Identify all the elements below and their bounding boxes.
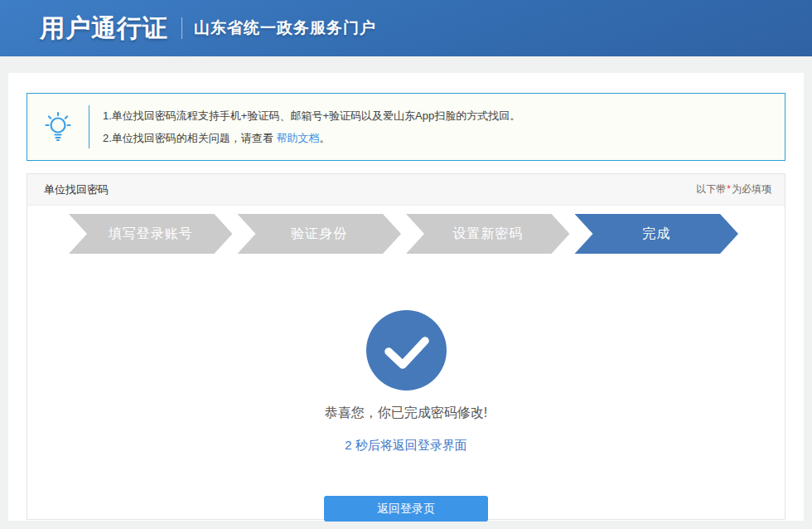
password-recovery-panel: 单位找回密码 以下带*为必填项 填写登录账号 验证身份 设置新密码 完成 恭喜您…	[27, 173, 785, 520]
notice-line-2: 2.单位找回密码的相关问题，请查看 帮助文档。	[103, 127, 520, 149]
step-complete: 完成	[575, 214, 739, 254]
success-message: 恭喜您，你已完成密码修改!	[27, 405, 785, 422]
app-title: 用户通行证	[40, 12, 168, 46]
required-star: *	[727, 183, 731, 195]
app-header: 用户通行证 山东省统一政务服务门户	[0, 0, 812, 56]
back-to-login-button[interactable]: 返回登录页	[324, 496, 488, 522]
notice-line-1: 1.单位找回密码流程支持手机+验证码、邮箱号+验证码以及爱山东App扫脸的方式找…	[103, 104, 520, 127]
success-check-icon	[366, 310, 447, 391]
notice-text: 1.单位找回密码流程支持手机+验证码、邮箱号+验证码以及爱山东App扫脸的方式找…	[89, 104, 520, 149]
step-fill-account: 填写登录账号	[69, 214, 233, 254]
countdown-message: 2 秒后将返回登录界面	[27, 438, 785, 454]
panel-title: 单位找回密码	[44, 182, 109, 197]
notice-box: 1.单位找回密码流程支持手机+验证码、邮箱号+验证码以及爱山东App扫脸的方式找…	[27, 93, 785, 161]
step-set-new-password: 设置新密码	[406, 214, 570, 254]
required-fields-note: 以下带*为必填项	[696, 182, 771, 197]
header-divider	[181, 17, 182, 39]
step-verify-identity: 验证身份	[238, 214, 402, 254]
portal-subtitle: 山东省统一政务服务门户	[194, 17, 376, 39]
step-progress-bar: 填写登录账号 验证身份 设置新密码 完成	[69, 214, 738, 254]
result-section: 恭喜您，你已完成密码修改! 2 秒后将返回登录界面 返回登录页	[27, 310, 785, 522]
panel-header: 单位找回密码 以下带*为必填项	[27, 174, 785, 206]
page-container: 1.单位找回密码流程支持手机+验证码、邮箱号+验证码以及爱山东App扫脸的方式找…	[8, 73, 804, 521]
lightbulb-icon	[27, 111, 89, 143]
help-doc-link[interactable]: 帮助文档	[276, 132, 319, 144]
